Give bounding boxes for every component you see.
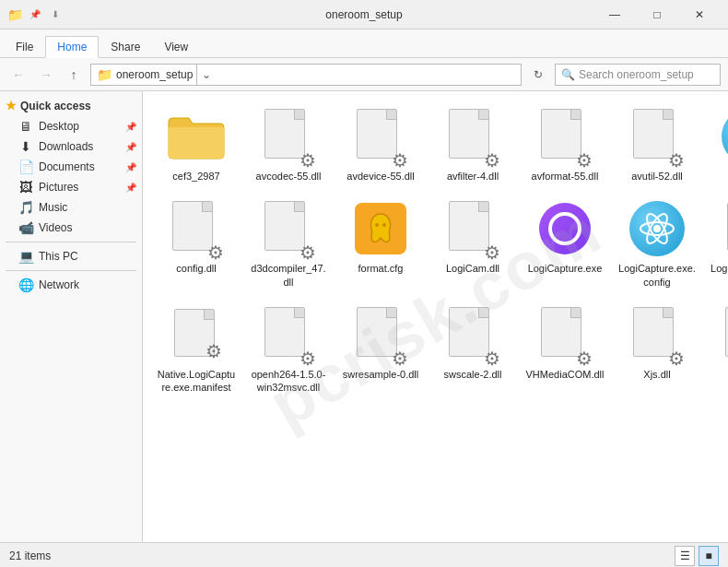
grid-view-button[interactable]: ■	[699, 546, 719, 566]
downloads-icon: ⬇	[18, 139, 33, 154]
pin-icon: 📌	[28, 7, 42, 22]
ribbon: File Home Share View	[0, 30, 728, 58]
format-icon-wrap	[351, 199, 410, 258]
quick-access-header[interactable]: ★ Quick access	[0, 95, 142, 116]
refresh-button[interactable]: ↻	[527, 64, 549, 86]
sidebar-item-downloads[interactable]: ⬇ Downloads 📌	[0, 136, 142, 157]
sidebar-item-thispc[interactable]: 💻 This PC	[0, 246, 142, 266]
list-item[interactable]: ⚙ avcodec-55.dll	[244, 100, 333, 189]
list-item[interactable]: LogiCapture.exe.config	[613, 193, 701, 295]
lock-icon: ⬇	[48, 7, 63, 22]
atom-icon	[629, 201, 685, 256]
minimize-button[interactable]: —	[593, 0, 636, 30]
back-button[interactable]: ←	[7, 64, 29, 86]
file-label: LogiCapture.exe.manifest	[710, 262, 728, 289]
list-item[interactable]: ⚙ avformat-55.dll	[521, 100, 609, 189]
sidebar-item-network[interactable]: 🌐 Network	[0, 275, 142, 295]
desktop-icon: 🖥	[18, 119, 33, 134]
sidebar-item-videos[interactable]: 📹 Videos	[0, 218, 142, 238]
list-item[interactable]: ⚙ avfilter-4.dll	[429, 100, 517, 189]
dll-icon-wrap: ⚙	[443, 199, 502, 258]
file-label: LogiCam.dll	[446, 262, 499, 275]
close-button[interactable]: ✕	[678, 0, 721, 30]
dll-icon: ⚙	[449, 201, 497, 256]
list-item[interactable]: ⚙ avutil-52.dll	[613, 100, 701, 189]
file-label: avutil-52.dll	[631, 170, 683, 183]
dll-icon: ⚙	[541, 307, 589, 362]
list-item[interactable]: ⚙ LogiCapture.exe.manifest	[705, 193, 728, 295]
dll-icon: ⚙	[633, 109, 681, 164]
list-item[interactable]: ⚙ swscale-2.dll	[429, 299, 517, 401]
search-box[interactable]: 🔍 Search oneroom_setup	[555, 64, 721, 86]
maximize-button[interactable]: □	[636, 0, 678, 30]
list-item[interactable]: ⚙ XjsEx.dll	[705, 299, 728, 401]
dll-icon-wrap: ⚙	[443, 107, 502, 166]
window-icon: 📁	[7, 7, 22, 22]
file-item-folder[interactable]: cef3_2987	[152, 100, 241, 189]
file-label: Xjs.dll	[643, 368, 670, 381]
up-button[interactable]: ↑	[63, 64, 85, 86]
item-count: 21 items	[9, 549, 51, 562]
sidebar-item-label: Videos	[39, 221, 72, 234]
star-icon: ★	[6, 99, 17, 112]
list-item[interactable]: ⚙ openh264-1.5.0-win32msvc.dll	[244, 299, 333, 401]
forward-button[interactable]: →	[35, 64, 57, 86]
status-bar: 21 items ☰ ■	[0, 542, 728, 567]
file-label: format.cfg	[358, 262, 404, 275]
tab-view[interactable]: View	[152, 36, 200, 57]
videos-icon: 📹	[18, 220, 33, 235]
config-icon-wrap: ⚙	[167, 305, 226, 364]
tab-file[interactable]: File	[4, 36, 45, 57]
format-icon	[355, 203, 406, 254]
file-label: Native.LogiCapture.exe.manifest	[157, 368, 236, 395]
svg-point-6	[653, 225, 661, 232]
music-icon: 🎵	[18, 200, 33, 215]
address-dropdown[interactable]: ⌄	[196, 64, 215, 86]
list-view-button[interactable]: ☰	[675, 546, 695, 566]
list-item[interactable]: ⚙ avdevice-55.dll	[336, 100, 425, 189]
dll-icon-wrap: ⚙	[720, 305, 728, 364]
tab-home[interactable]: Home	[45, 36, 99, 58]
dll-icon: ⚙	[264, 201, 312, 256]
dll-icon: ⚙	[541, 109, 589, 164]
dll-icon-wrap: ⚙	[535, 107, 594, 166]
pin-icon: 📌	[125, 183, 136, 193]
sidebar-item-desktop[interactable]: 🖥 Desktop 📌	[0, 116, 142, 136]
sidebar-item-pictures[interactable]: 🖼 Pictures 📌	[0, 177, 142, 197]
svg-point-5	[382, 223, 386, 227]
sidebar-item-label: This PC	[39, 250, 78, 263]
list-item[interactable]: ⚙ VHMediaCOM.dll	[521, 299, 609, 401]
sidebar: ★ Quick access 🖥 Desktop 📌 ⬇ Downloads 📌…	[0, 91, 143, 542]
list-item[interactable]: LogiCapture.exe	[521, 193, 609, 295]
list-item[interactable]: ⚙ LogiCam.dll	[429, 193, 517, 295]
sidebar-item-label: Downloads	[39, 140, 93, 153]
dll-icon-wrap: ⚙	[259, 199, 318, 258]
dll-icon: ⚙	[357, 109, 405, 164]
window-controls: — □ ✕	[593, 0, 721, 30]
list-item[interactable]: ⚙ Xjs.dll	[613, 299, 701, 401]
address-path[interactable]: 📁 oneroom_setup ⌄	[90, 64, 522, 86]
sidebar-item-label: Documents	[39, 160, 95, 173]
address-path-text: oneroom_setup	[116, 68, 193, 81]
file-label: config.dll	[176, 262, 216, 275]
list-item[interactable]: ⚙ Native.LogiCapture.exe.manifest	[152, 299, 241, 401]
dll-icon-wrap: ⚙	[259, 107, 318, 166]
tab-share[interactable]: Share	[99, 36, 152, 57]
file-area: pcrisk.com cef3_2987 ⚙	[143, 91, 728, 542]
pictures-icon: 🖼	[18, 180, 33, 195]
sidebar-item-label: Music	[39, 201, 67, 214]
pin-icon: 📌	[125, 142, 136, 152]
list-item[interactable]: cfg.config	[705, 100, 728, 189]
window-title: oneroom_setup	[325, 8, 402, 21]
sidebar-item-music[interactable]: 🎵 Music	[0, 197, 142, 218]
sidebar-item-documents[interactable]: 📄 Documents 📌	[0, 157, 142, 177]
list-item[interactable]: ⚙ d3dcompiler_47.dll	[244, 193, 333, 295]
list-item[interactable]: ⚙ config.dll	[152, 193, 241, 295]
file-label: avformat-55.dll	[532, 170, 599, 183]
sidebar-separator-2	[6, 270, 136, 271]
file-label: LogiCapture.exe.config	[617, 262, 697, 289]
quick-access-label: Quick access	[20, 100, 91, 112]
list-item[interactable]: format.cfg	[336, 193, 425, 295]
list-item[interactable]: ⚙ swresample-0.dll	[336, 299, 425, 401]
file-grid: cef3_2987 ⚙ avcodec-55.dll ⚙	[152, 100, 719, 400]
